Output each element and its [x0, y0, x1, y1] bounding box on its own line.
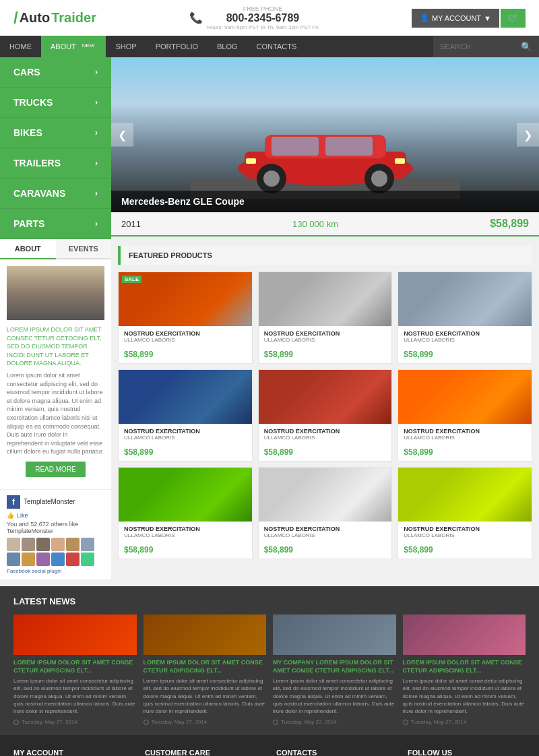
about-text-body: Lorem ipsum dolor sit amet consectetur a… — [7, 371, 104, 456]
product-card[interactable]: NOSTRUD EXERCITATION ULLAMCO LABORIS $58… — [258, 272, 393, 364]
product-info: NOSTRUD EXERCITATION ULLAMCO LABORIS — [398, 522, 532, 542]
product-card[interactable]: SALE NOSTRUD EXERCITATION ULLAMCO LABORI… — [118, 272, 253, 364]
news-headline: LOREM IPSUM DOLOR SIT AMET CONSE CTETUR … — [13, 659, 137, 674]
cart-icon: 🛒 — [507, 13, 519, 24]
nav-item-blog[interactable]: BLOG — [208, 36, 247, 57]
svg-point-7 — [263, 170, 280, 187]
product-info: NOSTRUD EXERCITATION ULLAMCO LABORIS — [119, 326, 252, 347]
news-grid: LOREM IPSUM DOLOR SIT AMET CONSE CTETUR … — [13, 615, 526, 725]
main-nav: HOME ABOUT NEW SHOP PORTFOLIO BLOG CONTA… — [0, 36, 539, 57]
product-info: NOSTRUD EXERCITATION ULLAMCO LABORIS — [259, 424, 392, 445]
fb-brand-name: TemplateMonster — [24, 498, 75, 505]
sidebar-item-bikes[interactable]: BIKES › — [0, 118, 111, 148]
svg-rect-4 — [272, 137, 319, 156]
news-card[interactable]: LOREM IPSUM DOLOR SIT AMET CONSE CTETUR … — [403, 615, 526, 725]
logo[interactable]: / Auto Traider — [13, 10, 96, 26]
phone-hours: Hours: 9am-6pm PST M-Th, 9am-3pm PST Fri — [207, 24, 319, 30]
read-more-button[interactable]: READ MORE — [26, 462, 86, 477]
nav-item-shop[interactable]: SHOP — [106, 36, 146, 57]
phone-area: 📞 FREE PHONE 800-2345-6789 Hours: 9am-6p… — [189, 5, 319, 30]
product-title: NOSTRUD EXERCITATION — [124, 526, 247, 532]
product-info: NOSTRUD EXERCITATION ULLAMCO LABORIS — [259, 326, 392, 347]
product-card[interactable]: NOSTRUD EXERCITATION ULLAMCO LABORIS $58… — [398, 272, 532, 364]
fb-like-label: Like — [17, 512, 28, 519]
news-date: Tuesday, May 27, 2014 — [144, 719, 267, 725]
logo-slash-icon: / — [13, 10, 18, 26]
fb-avatar — [81, 553, 94, 566]
sidebar-item-cars[interactable]: CARS › — [0, 57, 111, 88]
products-grid: SALE NOSTRUD EXERCITATION ULLAMCO LABORI… — [118, 272, 532, 559]
news-card[interactable]: LOREM IPSUM DOLOR SIT AMET CONSE CTETUR … — [13, 615, 137, 725]
search-box: 🔍 — [433, 36, 539, 57]
news-body: Lorem ipsum dolor sit amet consectetur a… — [144, 677, 267, 715]
product-subtitle: ULLAMCO LABORIS — [264, 532, 387, 538]
featured-title: FEATURED PRODUCTS — [118, 246, 532, 265]
news-date: Tuesday, May 27, 2014 — [403, 719, 526, 725]
product-card[interactable]: NOSTRUD EXERCITATION ULLAMCO LABORIS $58… — [398, 467, 532, 559]
nav-item-portfolio[interactable]: PORTFOLIO — [146, 36, 208, 57]
product-subtitle: ULLAMCO LABORIS — [124, 337, 247, 343]
nav-item-home[interactable]: HOME — [0, 36, 41, 57]
product-price: $58,899 — [119, 347, 252, 363]
sidebar-item-trucks[interactable]: TRUCKS › — [0, 88, 111, 118]
product-card[interactable]: NOSTRUD EXERCITATION ULLAMCO LABORIS $58… — [258, 467, 393, 559]
fb-avatar — [7, 553, 20, 566]
product-card[interactable]: NOSTRUD EXERCITATION ULLAMCO LABORIS $58… — [118, 369, 253, 462]
product-title: NOSTRUD EXERCITATION — [124, 428, 247, 435]
hero-slider: ❮ ❯ Mercedes-Benz GLE Coupe 2011 130 000… — [111, 57, 539, 239]
nav-item-about[interactable]: ABOUT NEW — [41, 36, 106, 57]
news-card[interactable]: LOREM IPSUM DOLOR SIT AMET CONSE CTETUR … — [144, 615, 267, 725]
product-image — [259, 468, 392, 522]
search-input[interactable] — [433, 37, 514, 56]
news-date: Tuesday, May 27, 2014 — [273, 719, 396, 725]
product-card[interactable]: NOSTRUD EXERCITATION ULLAMCO LABORIS $58… — [118, 467, 253, 559]
product-title: NOSTRUD EXERCITATION — [264, 428, 387, 435]
product-info: NOSTRUD EXERCITATION ULLAMCO LABORIS — [398, 326, 532, 347]
new-badge: NEW — [80, 42, 97, 49]
sidebar-item-parts[interactable]: PARTS › — [0, 209, 111, 239]
search-button[interactable]: 🔍 — [514, 36, 539, 57]
cart-button[interactable]: 🛒 — [501, 9, 526, 28]
top-header: / Auto Traider 📞 FREE PHONE 800-2345-678… — [0, 0, 539, 36]
phone-icon: 📞 — [189, 11, 203, 24]
product-title: NOSTRUD EXERCITATION — [404, 330, 526, 337]
news-image — [403, 615, 526, 655]
fb-like-area[interactable]: 👍 Like — [7, 512, 104, 519]
slider-info-bar: 2011 130 000 km $58,899 — [111, 212, 539, 237]
fb-logo-area: f TemplateMonster — [7, 495, 104, 509]
slider-next-button[interactable]: ❯ — [517, 123, 539, 147]
product-card[interactable]: NOSTRUD EXERCITATION ULLAMCO LABORIS $58… — [398, 369, 532, 462]
slider-image — [111, 57, 539, 212]
svg-rect-10 — [246, 158, 256, 164]
account-button[interactable]: 👤 MY ACCOUNT ▼ — [412, 9, 499, 28]
news-card[interactable]: MY COMPANY LOREM IPSUM DOLOR SIT AMET CO… — [273, 615, 396, 725]
product-info: NOSTRUD EXERCITATION ULLAMCO LABORIS — [119, 522, 252, 542]
about-tabs: ABOUT EVENTS — [0, 239, 111, 259]
sidebar: CARS › TRUCKS › BIKES › TRAILERS › CARAV… — [0, 57, 111, 239]
product-price: $58,899 — [119, 542, 252, 559]
fb-icon: f — [7, 495, 20, 509]
news-headline: MY COMPANY LOREM IPSUM DOLOR SIT AMET CO… — [273, 659, 396, 674]
account-cart-area: 👤 MY ACCOUNT ▼ 🛒 — [412, 9, 526, 28]
footer-contacts: CONTACTS 📍 MY COMPANY GLASGOW G04 6NOR 📞… — [276, 749, 394, 756]
user-icon: 👤 — [420, 13, 429, 22]
tab-events[interactable]: EVENTS — [56, 239, 112, 259]
sidebar-item-caravans[interactable]: CARAVANS › — [0, 179, 111, 209]
logo-trader: Traider — [51, 10, 96, 26]
product-card[interactable]: NOSTRUD EXERCITATION ULLAMCO LABORIS $58… — [258, 369, 393, 462]
footer-customer-care: CUSTOMER CARE CONTACTS BLOG ARCHIVES TES… — [145, 749, 263, 756]
slider-prev-button[interactable]: ❮ — [111, 123, 133, 147]
tab-about[interactable]: ABOUT — [0, 239, 56, 259]
about-content: LOREM IPSUM DOLOR SIT AMET CONSEC TETUR … — [0, 259, 111, 489]
clock-icon — [13, 720, 19, 725]
svg-rect-11 — [395, 158, 405, 164]
nav-item-contacts[interactable]: CONTACTS — [247, 36, 307, 57]
product-info: NOSTRUD EXERCITATION ULLAMCO LABORIS — [398, 424, 532, 445]
latest-news-section: LATEST NEWS LOREM IPSUM DOLOR SIT AMET C… — [0, 586, 539, 735]
product-subtitle: ULLAMCO LABORIS — [264, 435, 387, 441]
product-subtitle: ULLAMCO LABORIS — [404, 532, 526, 538]
footer-contacts-title: CONTACTS — [276, 749, 394, 756]
footer-main: MY ACCOUNT MY ACCOUNT SHOPPING CART WISH… — [0, 735, 539, 756]
sidebar-item-trailers[interactable]: TRAILERS › — [0, 148, 111, 179]
product-image — [259, 370, 392, 424]
